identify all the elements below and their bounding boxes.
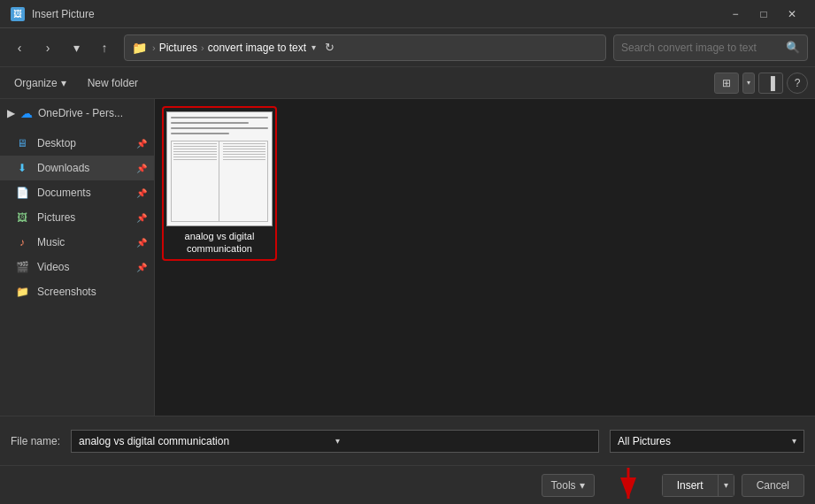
minimize-button[interactable]: − (723, 5, 748, 23)
view-panel-button[interactable]: ▐ (758, 73, 783, 94)
doc-line (171, 117, 268, 118)
documents-icon: 📄 (14, 185, 30, 201)
sidebar-section-onedrive: ▶ ☁ OneDrive - Pers... (0, 99, 154, 127)
file-type-dropdown-icon: ▾ (792, 436, 796, 446)
file-thumbnail (166, 111, 273, 226)
sidebar-item-label-music: Music (37, 236, 65, 248)
pin-videos-icon: 📌 (136, 263, 147, 272)
file-name-dropdown-icon: ▾ (335, 436, 591, 446)
breadcrumb-pictures: Pictures (159, 42, 197, 54)
pin-pictures-icon: 📌 (136, 213, 147, 223)
organize-button[interactable]: Organize ▾ (7, 73, 73, 93)
sidebar-item-label-screenshots: Screenshots (37, 286, 96, 298)
col-line (173, 151, 217, 152)
view-buttons: ⊞ ▾ ▐ ? (714, 73, 808, 94)
title-bar-controls: − □ ✕ (723, 5, 804, 23)
recent-button[interactable]: ▾ (64, 35, 88, 60)
tools-button[interactable]: Tools ▾ (542, 474, 595, 497)
col-line (223, 159, 266, 160)
navigation-toolbar: ‹ › ▾ ↑ 📁 › Pictures › convert image to … (0, 28, 815, 67)
insert-button-container: Insert ▾ (662, 474, 734, 497)
col-line (173, 146, 217, 147)
up-button[interactable]: ↑ (92, 35, 117, 60)
address-bar[interactable]: 📁 › Pictures › convert image to text ▾ ↻ (124, 34, 606, 61)
dialog-window: 🖼 Insert Picture − □ ✕ ‹ › ▾ ↑ 📁 › Pictu… (0, 0, 815, 504)
organize-label: Organize (14, 77, 58, 89)
doc-line (171, 122, 249, 124)
col-line (173, 157, 217, 157)
file-name-input[interactable]: analog vs digital communication ▾ (71, 430, 599, 453)
col-line (223, 149, 266, 149)
maximize-button[interactable]: □ (751, 5, 776, 23)
view-grid-button[interactable]: ⊞ (714, 73, 739, 94)
doc-line (171, 127, 268, 129)
insert-button[interactable]: Insert (663, 475, 719, 496)
file-area[interactable]: analog vs digital communication (155, 99, 815, 416)
cancel-button[interactable]: Cancel (742, 474, 804, 497)
search-input[interactable] (621, 42, 780, 54)
file-label: analog vs digital communication (167, 230, 272, 256)
doc-line (171, 133, 229, 134)
view-dropdown-button[interactable]: ▾ (742, 73, 755, 94)
sidebar-item-label-videos: Videos (37, 261, 69, 273)
sidebar-item-music[interactable]: ♪ Music 📌 (0, 230, 154, 255)
address-dropdown-icon[interactable]: ▾ (311, 42, 316, 52)
onedrive-label: OneDrive - Pers... (38, 107, 123, 119)
thumbnail-inner (167, 112, 272, 225)
screenshots-icon: 📁 (14, 284, 30, 300)
sidebar-group-onedrive[interactable]: ▶ ☁ OneDrive - Pers... (0, 103, 154, 124)
insert-dropdown-button[interactable]: ▾ (719, 475, 734, 496)
dialog-title: Insert Picture (32, 8, 95, 20)
sidebar-item-screenshots[interactable]: 📁 Screenshots (0, 279, 154, 304)
pin-music-icon: 📌 (136, 238, 147, 248)
videos-icon: 🎬 (14, 259, 30, 275)
sidebar-item-desktop[interactable]: 🖥 Desktop 📌 (0, 131, 154, 156)
file-name-label: File name: (11, 435, 60, 447)
col-line (173, 143, 217, 144)
col-line (223, 154, 266, 155)
onedrive-icon: ☁ (20, 106, 33, 120)
sidebar-item-videos[interactable]: 🎬 Videos 📌 (0, 255, 154, 279)
pin-downloads-icon: 📌 (136, 164, 147, 173)
help-button[interactable]: ? (787, 73, 808, 94)
search-bar[interactable]: 🔍 (613, 34, 808, 61)
sidebar-item-label-pictures: Pictures (37, 211, 75, 224)
file-item-analog[interactable]: analog vs digital communication (162, 106, 277, 261)
organize-dropdown-icon: ▾ (61, 77, 66, 89)
folder-icon: 📁 (132, 41, 147, 55)
doc-col2 (221, 141, 268, 221)
new-folder-label: New folder (88, 77, 138, 89)
breadcrumb-sep2: › (201, 42, 204, 53)
sidebar-section-items: 🖥 Desktop 📌 ⬇ Downloads 📌 📄 Documents 📌 … (0, 127, 154, 308)
content-area: ▶ ☁ OneDrive - Pers... 🖥 Desktop 📌 ⬇ Dow… (0, 99, 815, 416)
breadcrumb-sep1: › (152, 42, 156, 53)
red-arrow-annotation (602, 463, 655, 505)
title-bar-left: 🖼 Insert Picture (11, 7, 95, 21)
pictures-icon: 🖼 (14, 210, 30, 225)
breadcrumb: › Pictures › convert image to text (152, 42, 306, 54)
pin-documents-icon: 📌 (136, 188, 147, 198)
refresh-button[interactable]: ↻ (325, 41, 334, 54)
col-line (173, 154, 217, 155)
close-button[interactable]: ✕ (780, 5, 804, 23)
sidebar: ▶ ☁ OneDrive - Pers... 🖥 Desktop 📌 ⬇ Dow… (0, 99, 155, 416)
pin-desktop-icon: 📌 (136, 139, 147, 149)
tools-label: Tools (551, 479, 576, 492)
file-type-value: All Pictures (618, 435, 671, 447)
sidebar-item-label-desktop: Desktop (37, 137, 76, 149)
new-folder-button[interactable]: New folder (81, 73, 145, 93)
col-line (173, 159, 217, 160)
col-line (223, 157, 266, 157)
sidebar-item-label-documents: Documents (37, 187, 91, 199)
back-button[interactable]: ‹ (7, 35, 32, 60)
sidebar-item-label-downloads: Downloads (37, 162, 89, 174)
breadcrumb-folder: convert image to text (208, 42, 306, 54)
sidebar-item-pictures[interactable]: 🖼 Pictures 📌 (0, 205, 154, 230)
title-bar: 🖼 Insert Picture − □ ✕ (0, 0, 815, 28)
sidebar-item-downloads[interactable]: ⬇ Downloads 📌 (0, 156, 154, 180)
file-type-select[interactable]: All Pictures ▾ (610, 430, 804, 453)
expand-icon: ▶ (7, 107, 15, 119)
forward-button[interactable]: › (35, 35, 60, 60)
sidebar-item-documents[interactable]: 📄 Documents 📌 (0, 180, 154, 205)
col-line (223, 143, 266, 144)
